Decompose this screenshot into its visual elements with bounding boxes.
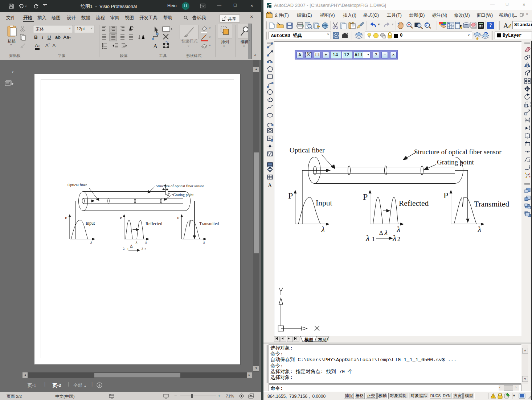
svg-text:A: A xyxy=(268,182,272,188)
svg-text:P: P xyxy=(363,192,368,201)
svg-text:Reflected: Reflected xyxy=(399,199,429,208)
svg-text:Optical fiber: Optical fiber xyxy=(290,146,325,154)
svg-text:λ: λ xyxy=(90,240,92,244)
svg-text:Transmited: Transmited xyxy=(199,221,219,226)
svg-text:Optical fiber: Optical fiber xyxy=(67,183,87,187)
svg-text:P: P xyxy=(65,216,67,220)
svg-text:λ: λ xyxy=(396,225,400,234)
svg-text:λ: λ xyxy=(135,240,138,244)
svg-text:P: P xyxy=(443,191,448,200)
svg-text:λ: λ xyxy=(392,233,396,243)
svg-text:λ: λ xyxy=(145,240,147,244)
svg-text:P: P xyxy=(177,216,179,220)
svg-text:!: ! xyxy=(492,395,494,399)
svg-text:λ: λ xyxy=(477,225,481,234)
svg-text:1: 1 xyxy=(372,236,375,242)
svg-text:λ: λ xyxy=(123,247,125,251)
svg-text:A: A xyxy=(267,4,270,8)
svg-text:λ: λ xyxy=(141,247,143,251)
svg-text:λ: λ xyxy=(365,233,369,243)
svg-text:P: P xyxy=(120,216,122,220)
svg-text:1: 1 xyxy=(127,247,129,251)
svg-text:P: P xyxy=(288,191,293,200)
svg-text:λ: λ xyxy=(203,240,205,244)
svg-text:∆: ∆ xyxy=(379,229,383,236)
svg-text:λ: λ xyxy=(321,225,325,234)
svg-text:Grating point: Grating point xyxy=(173,193,193,197)
svg-text:2: 2 xyxy=(397,236,400,242)
svg-text:Grating point: Grating point xyxy=(437,158,474,166)
svg-text:Reflected: Reflected xyxy=(146,221,162,226)
svg-text:Input: Input xyxy=(86,221,95,226)
svg-text:A: A xyxy=(153,43,158,50)
svg-text:Transmited: Transmited xyxy=(474,200,509,208)
svg-text:2: 2 xyxy=(144,247,146,251)
svg-text:Structure of optical fiber sen: Structure of optical fiber sensor xyxy=(414,148,502,156)
svg-text:Δ: Δ xyxy=(130,244,133,249)
svg-text:λ: λ xyxy=(384,228,388,237)
svg-text:Input: Input xyxy=(316,199,332,207)
